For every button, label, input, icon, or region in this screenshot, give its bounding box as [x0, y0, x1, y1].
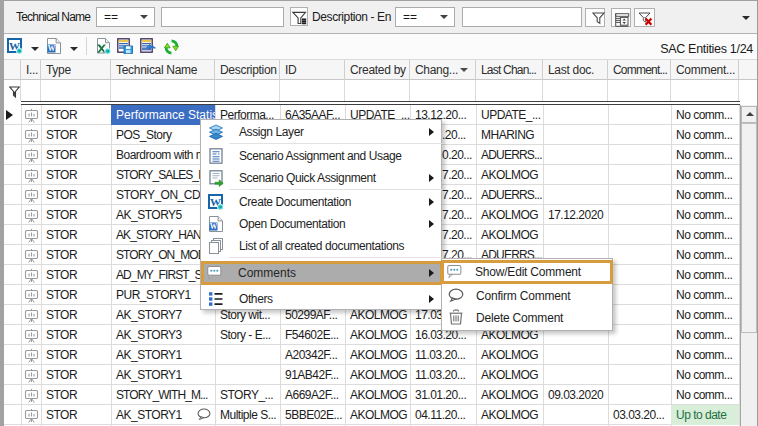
svg-text:W: W [210, 222, 218, 231]
svg-text:W: W [48, 44, 56, 53]
